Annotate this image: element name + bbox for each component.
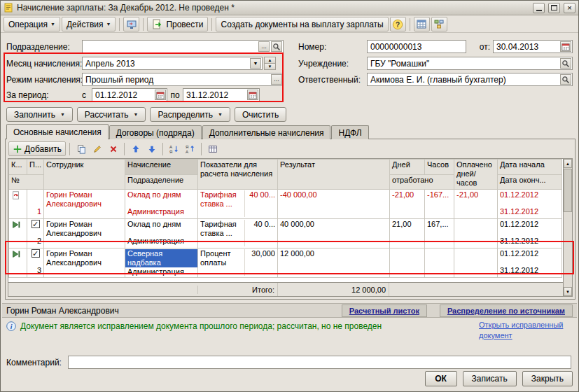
scrollbar-thumb[interactable] [564, 169, 572, 212]
ok-button[interactable]: ОК [425, 371, 457, 386]
accrual-cell[interactable]: Северная надбавка Администрация [125, 248, 198, 277]
col-header-date-end[interactable]: Дата оконч... [498, 175, 562, 189]
month-field[interactable]: Апрель 2013 ▼ [82, 57, 263, 70]
responsible-field[interactable]: Акимова Е. И. (главный бухгалтер) [367, 73, 573, 86]
accrual-cell[interactable]: Оклад по дням Администрация [125, 218, 198, 248]
row-num-cell[interactable]: 1 [27, 189, 44, 218]
payslip-link[interactable]: Расчетный листок [342, 304, 427, 317]
dates-cell[interactable]: 01.12.2012 31.12.2012 [498, 218, 562, 248]
open-corrected-document-link[interactable]: Открыть исправленный документ [479, 320, 571, 341]
tab-contracts[interactable]: Договоры (подряда) [109, 125, 202, 139]
table-row[interactable]: 1 Горин Роман Александрович Оклад по дня… [9, 189, 562, 218]
row-icon-cell[interactable] [9, 189, 27, 218]
spin-up-icon[interactable]: ▲ [265, 57, 275, 63]
indicator-cell[interactable]: Процент оплаты 30,000 [198, 248, 278, 277]
col-header-k[interactable]: К... [9, 160, 27, 175]
sort-descending-button[interactable]: ЯА [183, 141, 197, 156]
tab-main-accruals[interactable]: Основные начисления [6, 124, 109, 139]
mode-field[interactable]: Прошлый период ... [82, 73, 284, 86]
structure-button[interactable] [431, 17, 447, 31]
paid-cell[interactable]: -21,00 [454, 189, 498, 218]
col-header-hours[interactable]: Часов [425, 160, 454, 175]
period-to-field[interactable]: 31.12.2012 [183, 88, 260, 102]
tab-ndfl[interactable]: НДФЛ [331, 125, 368, 139]
row-num-cell[interactable]: ✓ 3 [27, 248, 44, 277]
col-header-days[interactable]: Дней [390, 160, 425, 175]
hours-cell[interactable]: -167... [425, 189, 454, 218]
close-dialog-button[interactable]: Закрыть [522, 371, 573, 386]
move-row-down-button[interactable] [144, 141, 159, 156]
choose-button[interactable]: ... [271, 74, 282, 85]
calendar-button[interactable] [155, 90, 166, 100]
table-row[interactable]: ✓ 2 Горин Роман Александрович Оклад по д… [9, 218, 562, 248]
col-header-indicators[interactable]: Показатели для расчета начисления [198, 160, 278, 190]
calendar-button[interactable] [560, 41, 571, 52]
open-button[interactable] [560, 58, 571, 69]
spin-down-icon[interactable]: ▼ [265, 63, 275, 69]
paid-cell[interactable] [454, 248, 498, 277]
col-header-accrual[interactable]: Начисление [125, 160, 198, 175]
selected-cell-accrual-name[interactable]: Северная надбавка [125, 249, 197, 267]
indicator-cell[interactable]: Тарифная ставка ... 40 00... [198, 189, 278, 218]
days-cell[interactable]: 21,00 [390, 218, 425, 248]
choose-button[interactable]: ... [258, 41, 270, 52]
col-header-department[interactable]: Подразделение [125, 175, 198, 189]
days-cell[interactable] [390, 248, 425, 277]
row-checkbox[interactable]: ✓ [32, 249, 40, 258]
col-header-num[interactable]: № [9, 175, 44, 189]
operation-menu-button[interactable]: Операция ▼ [4, 17, 60, 31]
help-button[interactable]: ? [390, 17, 406, 31]
actions-menu-button[interactable]: Действия ▼ [62, 17, 116, 31]
result-cell[interactable]: 12 000,00 [278, 248, 390, 277]
employee-cell[interactable]: Горин Роман Александрович [44, 248, 125, 277]
vertical-scrollbar[interactable]: ▲ ▼ [563, 159, 572, 296]
copy-row-button[interactable] [74, 141, 88, 156]
maximize-button[interactable] [548, 3, 560, 13]
month-spinner[interactable]: ▲ ▼ [264, 57, 276, 70]
delete-row-button[interactable] [106, 141, 120, 156]
open-button[interactable] [560, 74, 571, 85]
row-icon-cell[interactable] [9, 218, 27, 248]
calculate-button[interactable]: Рассчитать ▼ [77, 107, 146, 122]
open-button[interactable] [271, 41, 282, 52]
distribute-button[interactable]: Распределить ▼ [150, 107, 230, 122]
create-payment-docs-button[interactable]: Создать документы на выплату зарплаты [216, 17, 388, 31]
scroll-up-icon[interactable]: ▲ [564, 159, 572, 168]
fill-button[interactable]: Заполнить ▼ [6, 107, 73, 122]
department-field[interactable]: ... [82, 40, 284, 53]
col-header-result[interactable]: Результат [278, 160, 390, 190]
distribution-link[interactable]: Распределение по источникам [440, 304, 573, 317]
col-header-p[interactable]: П... [27, 160, 44, 175]
col-header-date-start[interactable]: Дата начала [498, 160, 562, 175]
accrual-cell[interactable]: Оклад по дням Администрация [125, 189, 198, 218]
paid-cell[interactable] [454, 218, 498, 248]
institution-field[interactable]: ГБУ "Ромашки" [367, 57, 573, 70]
save-button[interactable]: Записать [463, 371, 517, 386]
calculation-journal-button[interactable] [414, 17, 430, 31]
days-cell[interactable]: -21,00 [390, 189, 425, 218]
date-field[interactable]: 30.04.2013 [493, 40, 573, 53]
row-checkbox[interactable]: ✓ [32, 220, 40, 228]
add-row-button[interactable]: Добавить [8, 141, 66, 156]
sort-ascending-button[interactable]: АЯ [167, 141, 181, 156]
hours-cell[interactable] [425, 248, 454, 277]
dates-cell[interactable]: 01.12.2012 31.12.2012 [498, 189, 562, 218]
period-from-field[interactable]: 01.12.2012 [92, 88, 167, 102]
comment-field[interactable] [68, 356, 571, 369]
number-field[interactable]: 00000000013 [367, 40, 466, 53]
table-row-selected[interactable]: ✓ 3 Горин Роман Александрович Северная н… [9, 248, 562, 277]
col-header-worked[interactable]: отработано [390, 175, 454, 189]
indicator-cell[interactable]: Тарифная ставка ... 40 0... [198, 218, 278, 248]
list-settings-button[interactable] [205, 141, 220, 156]
scroll-down-icon[interactable]: ▼ [564, 287, 572, 296]
minimize-button[interactable] [533, 3, 545, 13]
row-num-cell[interactable]: ✓ 2 [27, 218, 44, 248]
result-cell[interactable]: -40 000,00 [278, 189, 390, 218]
calendar-button[interactable] [247, 90, 258, 100]
post-button[interactable]: Провести [147, 17, 208, 31]
row-icon-cell[interactable] [9, 248, 27, 277]
edit-row-button[interactable] [90, 141, 104, 156]
hours-cell[interactable]: 167,... [425, 218, 454, 248]
clear-button[interactable]: Очистить [235, 107, 286, 122]
result-cell[interactable]: 40 000,00 [278, 218, 390, 248]
